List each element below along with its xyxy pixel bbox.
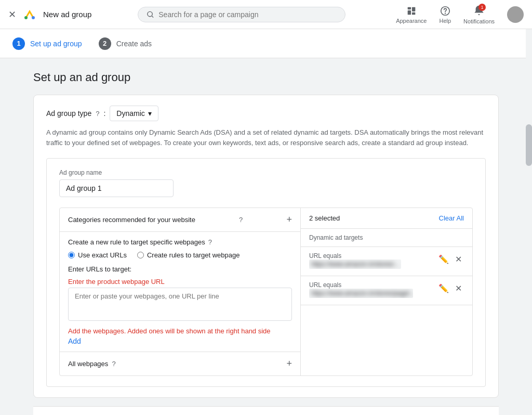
step-2-circle: 2 [99,37,111,50]
url-item-1: URL equals https://www.amazon.in/stores/… [301,247,472,276]
svg-point-3 [148,11,152,16]
clear-all-button[interactable]: Clear All [439,214,464,222]
appearance-button[interactable]: Appearance [392,3,431,26]
ad-group-type-value: Dynamic [116,109,144,118]
categories-header-label: Categories recommended for your website [68,216,195,224]
nav-icons: Appearance Help 1 Notifications [392,3,524,27]
step-1-circle: 1 [12,37,25,50]
categories-header: Categories recommended for your website … [60,208,300,232]
url-item-1-actions: ✏️ ✕ [436,252,464,266]
url-item-1-remove-button[interactable]: ✕ [453,252,464,266]
svg-rect-8 [412,12,415,15]
ad-group-name-label: Ad group name [59,169,473,176]
annotation-add-webpages-text: Add the webpages. Added ones will be sho… [68,327,271,335]
top-nav: ✕ New ad group Appearance [0,0,532,29]
right-panel: 2 selected Clear All Dynamic ad targets … [301,208,472,375]
close-button[interactable]: ✕ [8,9,16,20]
description-text: A dynamic ad group contains only Dynamic… [46,127,486,148]
svg-point-1 [32,16,35,19]
footer-bar: Save and continue Cancel Save the detail… [33,406,499,415]
ad-group-type-label: Ad group type [46,109,91,118]
annotation-enter-url-text: Enter the product webpage URL [68,278,165,286]
categories-add-button[interactable]: + [286,214,292,225]
url-item-1-edit-button[interactable]: ✏️ [436,252,451,266]
nav-title: New ad group [43,10,91,19]
google-ads-logo [22,7,37,22]
new-rule-help-icon[interactable]: ? [208,238,212,246]
ad-group-form-section: Ad group type ? : Dynamic ▾ A dynamic ad… [33,95,499,398]
svg-rect-6 [407,10,410,15]
svg-rect-7 [412,7,415,11]
ad-group-name-input[interactable] [59,179,174,197]
targets-section: Categories recommended for your website … [59,208,473,376]
url-item-2-actions: ✏️ ✕ [436,281,464,295]
categories-help-icon[interactable]: ? [239,216,243,224]
svg-line-4 [152,16,154,17]
all-webpages-help-icon[interactable]: ? [112,360,116,368]
dropdown-chevron-icon: ▾ [148,109,152,118]
appearance-icon [406,5,417,17]
url-textarea[interactable] [68,288,292,321]
url-item-2-type: URL equals [309,281,436,289]
radio-group: Use exact URLs Create rules to target we… [68,251,292,259]
dynamic-targets-label: Dynamic ad targets [301,229,472,247]
url-item-1-info: URL equals https://www.amazon.in/stores/… [309,252,436,270]
svg-rect-5 [407,7,410,9]
step-2[interactable]: 2 Create ads [99,37,152,50]
appearance-label: Appearance [396,18,427,24]
new-rule-section: Create a new rule to target specific web… [60,232,300,352]
url-item-2-edit-button[interactable]: ✏️ [436,281,451,295]
url-item-2-value: https://www.amazon.in/stores/page/... [309,289,413,298]
main-content: Set up an ad group Ad group type ? : Dyn… [17,58,515,415]
annotation-add-webpages-container: Add the webpages. Added ones will be sho… [68,327,292,335]
page-title: Set up an ad group [33,71,499,84]
notifications-label: Notifications [463,18,495,24]
url-item-2: URL equals https://www.amazon.in/stores/… [301,276,472,305]
all-webpages-add-button[interactable]: + [286,358,292,369]
help-icon [440,5,451,17]
all-webpages-label: All webpages ? [68,360,116,368]
scrollbar-thumb[interactable] [526,124,532,166]
selected-count: 2 selected [309,214,340,222]
use-exact-urls-radio[interactable] [68,252,75,258]
ad-group-type-row: Ad group type ? : Dynamic ▾ [46,106,486,121]
create-rules-radio-label[interactable]: Create rules to target webpage [137,251,240,259]
help-label: Help [439,18,451,24]
search-input[interactable] [158,10,337,19]
notifications-button[interactable]: 1 Notifications [459,3,499,27]
url-item-1-value: https://www.amazon.in/stores/... [309,260,401,269]
use-exact-urls-radio-label[interactable]: Use exact URLs [68,251,127,259]
url-item-2-remove-button[interactable]: ✕ [453,281,464,295]
inner-form: Ad group name Categories recommended for… [46,158,486,387]
left-panel: Categories recommended for your website … [60,208,301,375]
url-item-1-type: URL equals [309,252,436,260]
ad-group-type-help-icon[interactable]: ? [96,110,99,118]
avatar[interactable] [507,6,524,23]
url-label: Enter URLs to target: [68,265,292,273]
annotation-enter-url-container: Enter the product webpage URL [68,277,292,286]
help-button[interactable]: Help [435,3,455,26]
step-1-label: Set up ad group [30,40,82,48]
svg-point-2 [24,16,28,19]
add-link[interactable]: Add [68,337,81,345]
create-rules-label: Create rules to target webpage [147,251,240,259]
step-2-label: Create ads [116,40,152,48]
search-icon [147,10,154,19]
use-exact-urls-label: Use exact URLs [78,251,127,259]
all-webpages-row: All webpages ? + [60,352,300,375]
url-item-2-info: URL equals https://www.amazon.in/stores/… [309,281,436,300]
ad-group-type-dropdown[interactable]: Dynamic ▾ [110,106,158,121]
svg-point-10 [445,13,445,14]
notification-badge: 1 [473,5,485,18]
svg-point-0 [22,7,37,22]
scrollbar[interactable] [526,0,532,415]
notification-badge-count: 1 [478,4,486,11]
search-bar [138,7,345,22]
colon-separator: : [103,109,105,118]
create-rules-radio[interactable] [137,252,144,258]
right-panel-header: 2 selected Clear All [301,208,472,229]
new-rule-title: Create a new rule to target specific web… [68,238,292,246]
stepper-bar: 1 Set up ad group 2 Create ads [0,29,532,58]
step-1[interactable]: 1 Set up ad group [12,37,82,50]
